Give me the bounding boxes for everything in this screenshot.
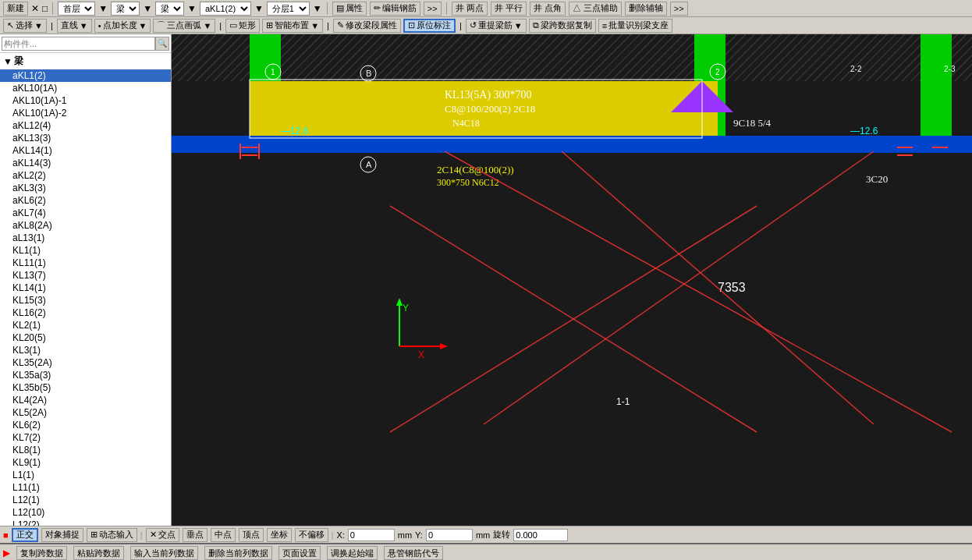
more-btn2[interactable]: >> xyxy=(670,2,688,16)
mm-label1: mm xyxy=(398,530,412,540)
copy-data-btn[interactable]: ⧉ 梁跨数据复制 xyxy=(529,19,596,33)
tree-item[interactable]: L12(1) xyxy=(0,494,171,506)
tree-item[interactable]: KL15(3) xyxy=(0,294,171,307)
tree-item[interactable]: KL16(2) xyxy=(0,307,171,319)
three-point-draw-btn[interactable]: ⌒ 三点画弧 ▼ xyxy=(153,19,215,33)
center-btn[interactable]: 中点 xyxy=(211,528,236,542)
tree-item[interactable]: AKL10(1A)-2 xyxy=(0,107,171,119)
table-toolbar-btn-5[interactable]: 调换起始端 xyxy=(327,546,378,560)
parallel-btn[interactable]: 井 平行 xyxy=(491,2,527,16)
coord-btn[interactable]: 坐标 xyxy=(267,528,292,542)
tree-item[interactable]: L12(2) xyxy=(0,519,171,526)
three-point-aux-btn[interactable]: △ 三点辅助 xyxy=(569,2,622,16)
expand-icon: ▼ xyxy=(3,56,12,67)
new-btn[interactable]: 新建 xyxy=(3,2,28,16)
search-button[interactable]: 🔍 xyxy=(155,37,169,51)
tree-item[interactable]: KL6(2) xyxy=(0,419,171,431)
add-length-btn[interactable]: • 点加长度 ▼ xyxy=(94,19,151,33)
more-btn[interactable]: >> xyxy=(424,2,442,16)
tree-item[interactable]: L12(10) xyxy=(0,506,171,519)
modify-segment-btn[interactable]: ✎ 修改梁段属性 xyxy=(333,19,401,33)
batch-id-btn[interactable]: ≡ 批量识别梁支座 xyxy=(598,19,672,33)
mm-label2: mm xyxy=(476,530,490,540)
tree-item[interactable]: aKL2(2) xyxy=(0,169,171,182)
arc-icon: ⌒ xyxy=(157,19,165,31)
arrow4: ▼ xyxy=(254,3,264,14)
tree-item[interactable]: aKL3(3) xyxy=(0,182,171,194)
tree-item[interactable]: KL35(2A) xyxy=(0,356,171,369)
edit-rebar-btn[interactable]: ✏ 编辑钢筋 xyxy=(370,2,420,16)
tree-item[interactable]: KL2(1) xyxy=(0,319,171,331)
ortho-btn[interactable]: 正交 xyxy=(12,528,38,542)
rotate-input[interactable] xyxy=(513,529,568,541)
tree-item[interactable]: KL35a(3) xyxy=(0,369,171,381)
redo-beam-btn[interactable]: ↺ 重提梁筋 ▼ xyxy=(466,19,527,33)
tree-item[interactable]: KL35b(5) xyxy=(0,381,171,394)
table-toolbar-btn-1[interactable]: 粘贴跨数据 xyxy=(73,546,124,560)
tree-item[interactable]: aKL1(2) xyxy=(0,69,171,82)
tree-item[interactable]: KL9(1) xyxy=(0,456,171,469)
intersection-btn[interactable]: ✕ 交点 xyxy=(146,528,179,542)
tree-item[interactable]: aKL13(3) xyxy=(0,132,171,144)
floor-select[interactable]: 首层 xyxy=(58,2,95,16)
type-select[interactable]: 梁 xyxy=(111,2,140,16)
tree-item[interactable]: AKL10(1A)-1 xyxy=(0,94,171,107)
table-toolbar-btn-3[interactable]: 删除当前列数据 xyxy=(204,546,272,560)
top-btn[interactable]: 顶点 xyxy=(239,528,264,542)
tree-item[interactable]: KL14(1) xyxy=(0,282,171,294)
tree-item[interactable]: KL4(2A) xyxy=(0,394,171,406)
select-btn[interactable]: ↖ 选择 ▼ xyxy=(3,19,47,33)
remove-aux-btn[interactable]: 删除辅轴 xyxy=(625,2,667,16)
tree-item[interactable]: aKL6(2) xyxy=(0,194,171,207)
table-toolbar-btn-2[interactable]: 输入当前列数据 xyxy=(130,546,198,560)
origin-mark-btn[interactable]: ⊡ 原位标注 xyxy=(403,19,456,33)
close-icon[interactable]: ✕ xyxy=(31,3,39,14)
svg-text:1: 1 xyxy=(271,68,275,76)
sep2 xyxy=(327,2,328,15)
table-toolbar-btn-4[interactable]: 页面设置 xyxy=(278,546,321,560)
table-toolbar-btn-6[interactable]: 悬管钢筋代号 xyxy=(384,546,443,560)
tree-item[interactable]: KL20(5) xyxy=(0,331,171,344)
tree-item[interactable]: aKL7(4) xyxy=(0,207,171,219)
x-label: X: xyxy=(336,530,344,540)
tree-item[interactable]: aKL10(1A) xyxy=(0,82,171,94)
no-offset-btn[interactable]: 不偏移 xyxy=(295,528,328,542)
line-btn[interactable]: 直线 ▼ xyxy=(57,19,92,33)
dynamic-input-btn[interactable]: ⊞ 动态输入 xyxy=(87,528,137,542)
rect-btn[interactable]: ▭ 矩形 xyxy=(225,19,260,33)
tree-item[interactable]: KL1(1) xyxy=(0,244,171,257)
tree-item[interactable]: aKL12(4) xyxy=(0,119,171,132)
tree-item[interactable]: aKL8(2A) xyxy=(0,219,171,232)
cad-background: —12.6 —12.6 KL13(5A) 300*700 C8@100/200(… xyxy=(172,34,972,526)
snap-btn[interactable]: 对象捕捉 xyxy=(41,528,83,542)
property-btn[interactable]: ▤ 属性 xyxy=(332,2,367,16)
tree-item[interactable]: KL3(1) xyxy=(0,344,171,356)
search-input[interactable] xyxy=(2,37,155,51)
x-input[interactable] xyxy=(348,529,395,541)
midpoint-btn[interactable]: 垂点 xyxy=(183,528,208,542)
table-toolbar-btn-0[interactable]: 复制跨数据 xyxy=(16,546,67,560)
tree-item[interactable]: aKL14(3) xyxy=(0,157,171,169)
two-point-btn[interactable]: 井 两点 xyxy=(452,2,488,16)
y-input[interactable] xyxy=(426,529,473,541)
tree-item[interactable]: L1(1) xyxy=(0,469,171,481)
svg-text:C8@100/200(2) 2C18: C8@100/200(2) 2C18 xyxy=(445,103,535,115)
tree-item[interactable]: KL8(1) xyxy=(0,444,171,456)
element-select[interactable]: 梁 xyxy=(155,2,184,16)
layer-select[interactable]: 分层1 xyxy=(267,2,310,16)
smart-layout-btn[interactable]: ⊞ 智能布置 ▼ xyxy=(262,19,323,33)
tree-item[interactable]: AKL14(1) xyxy=(0,144,171,157)
akl-select[interactable]: aKL1(2) xyxy=(200,2,251,16)
cad-canvas[interactable]: —12.6 —12.6 KL13(5A) 300*700 C8@100/200(… xyxy=(172,34,972,526)
tree-item[interactable]: aL13(1) xyxy=(0,232,171,244)
tree-item[interactable]: KL7(2) xyxy=(0,431,171,444)
sl-arrow: ▼ xyxy=(310,21,319,30)
tree-item[interactable]: L11(1) xyxy=(0,481,171,494)
svg-text:Y: Y xyxy=(403,303,409,314)
tree-item[interactable]: KL11(1) xyxy=(0,257,171,269)
tree-category-beam[interactable]: ▼ 梁 xyxy=(0,53,171,69)
tree-item[interactable]: KL5(2A) xyxy=(0,406,171,419)
svg-text:9C18 5/4: 9C18 5/4 xyxy=(733,117,772,129)
point-angle-btn[interactable]: 井 点角 xyxy=(530,2,566,16)
tree-item[interactable]: KL13(7) xyxy=(0,269,171,282)
